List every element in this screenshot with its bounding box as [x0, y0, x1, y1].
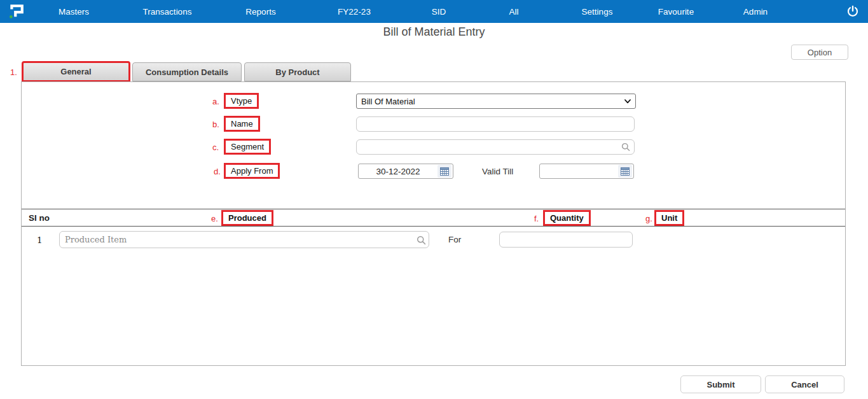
annotation-1: 1.	[10, 67, 17, 77]
valid-till-label: Valid Till	[482, 167, 513, 176]
apply-from-field	[358, 164, 453, 179]
calendar-icon[interactable]	[437, 165, 451, 178]
annotation-b: b.	[212, 120, 219, 129]
nav-item-reports[interactable]: Reports	[245, 0, 275, 23]
page-title: Bill of Material Entry	[0, 25, 868, 39]
nav-item-transactions[interactable]: Transactions	[143, 0, 192, 23]
annotation-f: f.	[534, 214, 539, 223]
name-label: Name	[224, 116, 260, 132]
quantity-input[interactable]	[499, 232, 633, 248]
grid-header-produced: Produced	[221, 210, 273, 226]
vtype-select[interactable]: Bill Of Material	[356, 94, 636, 109]
annotation-c: c.	[212, 143, 219, 152]
grid-header: Sl no	[22, 209, 845, 227]
valid-till-field	[539, 164, 634, 179]
nav-item-admin[interactable]: Admin	[743, 0, 768, 23]
annotation-g: g.	[645, 214, 652, 223]
app-logo-icon[interactable]	[7, 3, 26, 20]
row-number: 1	[37, 235, 43, 245]
calendar-icon[interactable]	[618, 165, 632, 178]
nav-item-all[interactable]: All	[509, 0, 518, 23]
nav-item-favourite[interactable]: Favourite	[658, 0, 694, 23]
tab-consumption-details-label: Consumption Details	[146, 67, 228, 77]
vtype-label: Vtype	[224, 93, 259, 109]
tab-consumption-details[interactable]: Consumption Details	[132, 62, 242, 81]
annotation-d: d.	[214, 167, 221, 176]
nav-item-fy[interactable]: FY22-23	[338, 0, 371, 23]
tab-by-product-label: By Product	[275, 67, 319, 77]
segment-input[interactable]	[356, 139, 635, 155]
grid-header-unit: Unit	[654, 210, 684, 226]
top-navbar: Masters Transactions Reports FY22-23 SID…	[0, 0, 868, 23]
grid-header-slno: Sl no	[29, 213, 50, 223]
annotation-a: a.	[212, 97, 219, 106]
name-input[interactable]	[356, 116, 635, 132]
grid-header-quantity: Quantity	[543, 210, 591, 226]
cancel-button[interactable]: Cancel	[765, 375, 844, 393]
tab-general[interactable]: General	[22, 61, 130, 82]
nav-item-settings[interactable]: Settings	[582, 0, 613, 23]
segment-label: Segment	[224, 139, 271, 155]
tab-by-product[interactable]: By Product	[244, 62, 351, 81]
power-icon[interactable]	[846, 5, 859, 18]
apply-from-input[interactable]	[359, 167, 437, 176]
annotation-e: e.	[211, 214, 218, 223]
apply-from-label: Apply From	[224, 163, 280, 179]
tab-general-label: General	[60, 67, 91, 76]
nav-item-sid[interactable]: SID	[432, 0, 446, 23]
nav-item-masters[interactable]: Masters	[59, 0, 89, 23]
produced-item-input[interactable]	[59, 231, 429, 248]
submit-button[interactable]: Submit	[680, 375, 761, 393]
valid-till-input[interactable]	[540, 167, 618, 176]
option-button[interactable]: Option	[791, 45, 848, 60]
for-label: For	[448, 235, 461, 244]
